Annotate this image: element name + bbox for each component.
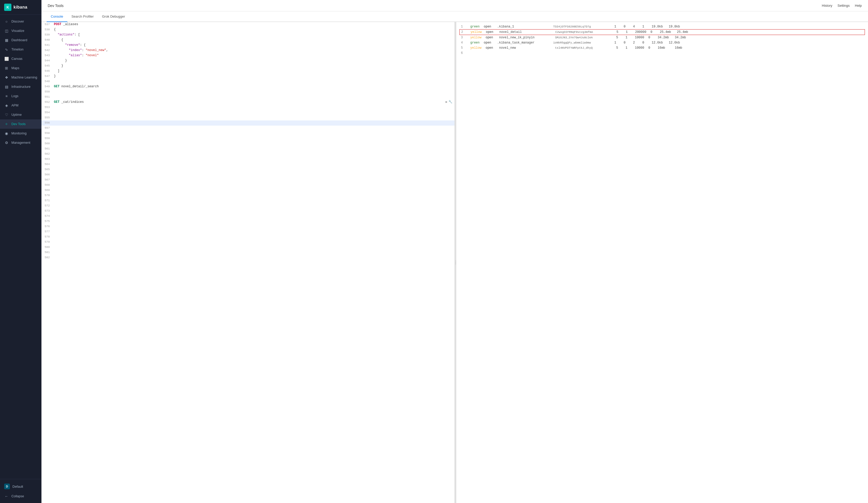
code-line[interactable]: 570	[41, 193, 454, 198]
uptime-icon: ♡	[4, 113, 9, 117]
sidebar-item-timelion[interactable]: ∿ Timelion	[0, 45, 41, 54]
tabs-bar: Console Search Profiler Grok Debugger	[41, 11, 868, 22]
code-line[interactable]: 558	[41, 131, 454, 136]
status-indicator: green	[470, 41, 479, 44]
code-line[interactable]: 550	[41, 90, 454, 95]
sidebar-item-uptime[interactable]: ♡ Uptime	[0, 110, 41, 119]
sidebar-item-label: Infrastructure	[11, 85, 31, 88]
code-line[interactable]: 580	[41, 245, 454, 250]
code-line[interactable]: 549GET novel_detail/_search	[41, 84, 454, 90]
line-actions: ▶🔧	[444, 100, 454, 105]
code-line[interactable]: 555	[41, 115, 454, 120]
code-line[interactable]: 569	[41, 188, 454, 193]
line-number: 579	[41, 240, 52, 244]
code-line[interactable]: 576	[41, 224, 454, 229]
row-number: 4	[461, 41, 467, 44]
output-row[interactable]: 2yellowopennovel_detailC2wxgOIFRNqF0vczg…	[459, 29, 865, 35]
code-line[interactable]: 538{	[41, 27, 454, 32]
code-line[interactable]: 562	[41, 151, 454, 157]
code-line[interactable]: 564	[41, 162, 454, 167]
code-line[interactable]: 542 "index": "novel_new",	[41, 48, 454, 53]
line-number: 540	[41, 38, 52, 42]
code-line[interactable]: 573	[41, 209, 454, 214]
line-number: 550	[41, 90, 52, 94]
user-profile[interactable]: D Default	[0, 481, 41, 492]
collapse-label: Collapse	[11, 494, 24, 498]
code-line[interactable]: 559	[41, 136, 454, 141]
code-line[interactable]: 554	[41, 110, 454, 115]
line-content: {	[52, 38, 454, 42]
state-col: open	[484, 41, 493, 44]
tab-search-profiler[interactable]: Search Profiler	[68, 11, 98, 22]
code-editor[interactable]: 537POST _aliases538{539 "actions": [540 …	[41, 22, 454, 503]
store-size: 16mb	[658, 46, 671, 50]
sidebar-item-infrastructure[interactable]: ▤ Infrastructure	[0, 82, 41, 92]
code-line[interactable]: 560	[41, 141, 454, 146]
code-line[interactable]: 575	[41, 219, 454, 224]
tab-console[interactable]: Console	[46, 11, 68, 22]
code-line[interactable]: 579	[41, 240, 454, 245]
code-line[interactable]: 578	[41, 234, 454, 240]
settings-link[interactable]: Settings	[837, 4, 850, 8]
code-line[interactable]: 566	[41, 172, 454, 177]
status-indicator: yellow	[471, 30, 482, 34]
history-link[interactable]: History	[822, 4, 832, 8]
code-line[interactable]: 541 "remove": {	[41, 43, 454, 48]
code-line[interactable]: 545 }	[41, 63, 454, 69]
code-line[interactable]: 581	[41, 250, 454, 255]
code-line[interactable]: 565	[41, 167, 454, 172]
sidebar-item-monitoring[interactable]: ◉ Monitoring	[0, 129, 41, 138]
sidebar-item-logs[interactable]: ≡ Logs	[0, 92, 41, 101]
sidebar-item-maps[interactable]: ⊞ Maps	[0, 63, 41, 73]
state-col: open	[486, 36, 495, 39]
sidebar-item-apm[interactable]: ◈ APM	[0, 101, 41, 110]
code-line[interactable]: 574	[41, 214, 454, 219]
line-number: 554	[41, 110, 52, 115]
code-line[interactable]: 577	[41, 229, 454, 234]
line-number: 565	[41, 167, 52, 172]
code-line[interactable]: 546 ]	[41, 69, 454, 74]
sidebar-item-dashboard[interactable]: ▦ Dashboard	[0, 35, 41, 45]
sidebar-collapse-button[interactable]: ← Collapse	[0, 492, 41, 501]
code-line[interactable]: 540 {	[41, 38, 454, 43]
output-row[interactable]: 5yellowopennovel_newtxl4NVPDTYWRFptkJ_dh…	[459, 45, 865, 51]
sidebar-item-dev-tools[interactable]: ✧ Dev Tools	[0, 119, 41, 129]
output-row[interactable]: 4greenopen.kibana_task_managerioNkR5ggQF…	[459, 40, 865, 45]
code-line[interactable]: 537POST _aliases	[41, 22, 454, 27]
sidebar-item-canvas[interactable]: ⬜ Canvas	[0, 54, 41, 63]
code-line[interactable]: 557	[41, 126, 454, 131]
run-button[interactable]: ▶	[446, 100, 447, 105]
code-line[interactable]: 567	[41, 177, 454, 182]
code-line[interactable]: 544 }	[41, 58, 454, 63]
code-line[interactable]: 553	[41, 105, 454, 110]
code-line[interactable]: 572	[41, 203, 454, 209]
code-line[interactable]: 556	[41, 120, 454, 126]
output-row[interactable]: 1greenopen.kibana_1TSS4jOTFS6208E56Lq7D7…	[459, 24, 865, 29]
user-avatar: D	[4, 484, 10, 489]
code-line[interactable]: 539 "actions": [	[41, 32, 454, 38]
code-line[interactable]: 551	[41, 95, 454, 100]
output-row[interactable]: 3yellowopennovel_new_ik_pinyinSMzGJN3_SY…	[459, 35, 865, 40]
sidebar-item-management[interactable]: ⚙ Management	[0, 138, 41, 147]
settings-button[interactable]: 🔧	[448, 100, 452, 105]
app-logo[interactable]: K kibana	[0, 0, 41, 15]
sidebar-item-discover[interactable]: ○ Discover	[0, 17, 41, 26]
code-line[interactable]: 561	[41, 146, 454, 151]
help-link[interactable]: Help	[855, 4, 862, 8]
row-data: yellowopennovel_newtxl4NVPDTYWRFptkJ_dhy…	[470, 46, 688, 50]
sidebar-item-visualize[interactable]: ◫ Visualize	[0, 26, 41, 35]
sidebar-item-label: Discover	[11, 20, 24, 23]
line-number: 557	[41, 126, 52, 130]
code-line[interactable]: 552GET _cat/indices▶🔧	[41, 100, 454, 105]
sidebar-item-machine-learning[interactable]: ❖ Machine Learning	[0, 73, 41, 82]
code-line[interactable]: 543 "alias": "novel"	[41, 53, 454, 58]
code-line[interactable]: 547}	[41, 74, 454, 79]
code-line[interactable]: 548	[41, 79, 454, 84]
code-line[interactable]: 571	[41, 198, 454, 203]
code-line[interactable]: 582	[41, 255, 454, 260]
line-content: {	[52, 27, 454, 32]
code-line[interactable]: 568	[41, 182, 454, 188]
line-number: 574	[41, 214, 52, 219]
code-line[interactable]: 563	[41, 157, 454, 162]
tab-grok-debugger[interactable]: Grok Debugger	[98, 11, 129, 22]
